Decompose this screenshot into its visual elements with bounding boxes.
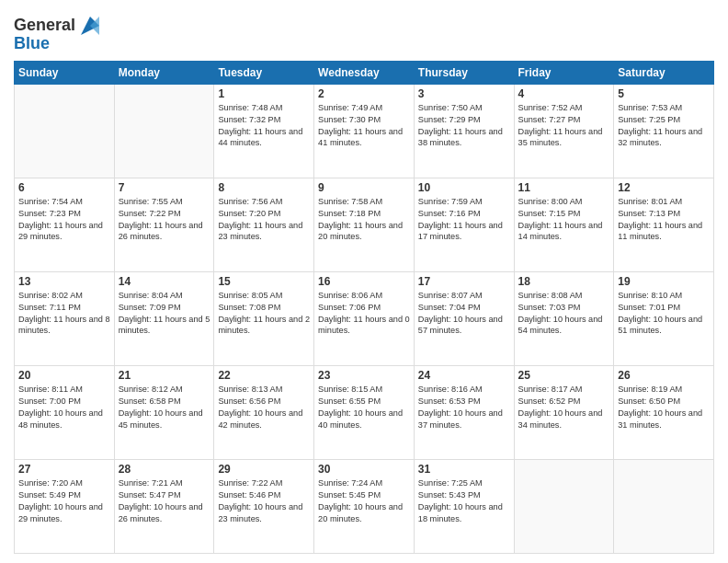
calendar-cell bbox=[514, 459, 614, 553]
calendar-cell: 15Sunrise: 8:05 AM Sunset: 7:08 PM Dayli… bbox=[214, 271, 314, 365]
day-number: 9 bbox=[318, 181, 410, 194]
day-number: 14 bbox=[119, 275, 210, 288]
calendar-week-1: 6Sunrise: 7:54 AM Sunset: 7:23 PM Daylig… bbox=[15, 178, 714, 271]
day-number: 27 bbox=[18, 463, 110, 476]
day-number: 15 bbox=[218, 275, 310, 288]
day-info: Sunrise: 8:12 AM Sunset: 6:58 PM Dayligh… bbox=[119, 384, 210, 431]
day-number: 31 bbox=[418, 463, 510, 476]
logo-icon bbox=[77, 13, 103, 39]
day-number: 23 bbox=[318, 369, 410, 382]
calendar-cell: 16Sunrise: 8:06 AM Sunset: 7:06 PM Dayli… bbox=[314, 271, 415, 365]
day-info: Sunrise: 7:21 AM Sunset: 5:47 PM Dayligh… bbox=[119, 477, 210, 525]
calendar-cell: 24Sunrise: 8:16 AM Sunset: 6:53 PM Dayli… bbox=[414, 365, 514, 459]
day-number: 24 bbox=[418, 369, 510, 382]
day-number: 6 bbox=[18, 181, 110, 194]
day-number: 3 bbox=[418, 87, 510, 100]
calendar-cell: 2Sunrise: 7:49 AM Sunset: 7:30 PM Daylig… bbox=[314, 84, 415, 178]
day-number: 8 bbox=[218, 181, 310, 194]
calendar-cell: 30Sunrise: 7:24 AM Sunset: 5:45 PM Dayli… bbox=[314, 459, 415, 553]
calendar-cell: 1Sunrise: 7:48 AM Sunset: 7:32 PM Daylig… bbox=[214, 84, 314, 178]
day-info: Sunrise: 8:02 AM Sunset: 7:11 PM Dayligh… bbox=[18, 290, 110, 338]
day-info: Sunrise: 7:54 AM Sunset: 7:23 PM Dayligh… bbox=[18, 196, 110, 244]
day-info: Sunrise: 7:58 AM Sunset: 7:18 PM Dayligh… bbox=[318, 196, 410, 244]
day-info: Sunrise: 8:10 AM Sunset: 7:01 PM Dayligh… bbox=[618, 290, 710, 338]
day-number: 12 bbox=[618, 181, 710, 194]
day-number: 26 bbox=[618, 369, 710, 382]
day-info: Sunrise: 8:05 AM Sunset: 7:08 PM Dayligh… bbox=[218, 290, 310, 338]
day-number: 11 bbox=[518, 181, 610, 194]
calendar-header-row: SundayMondayTuesdayWednesdayThursdayFrid… bbox=[15, 61, 714, 84]
calendar-week-4: 27Sunrise: 7:20 AM Sunset: 5:49 PM Dayli… bbox=[15, 459, 714, 553]
day-info: Sunrise: 8:13 AM Sunset: 6:56 PM Dayligh… bbox=[218, 384, 310, 431]
calendar-table: SundayMondayTuesdayWednesdayThursdayFrid… bbox=[14, 61, 714, 554]
calendar-cell: 11Sunrise: 8:00 AM Sunset: 7:15 PM Dayli… bbox=[514, 178, 614, 271]
day-number: 25 bbox=[518, 369, 610, 382]
day-number: 7 bbox=[119, 181, 210, 194]
calendar-header-monday: Monday bbox=[114, 61, 214, 84]
day-number: 17 bbox=[418, 275, 510, 288]
day-info: Sunrise: 8:11 AM Sunset: 7:00 PM Dayligh… bbox=[18, 384, 110, 431]
day-info: Sunrise: 7:53 AM Sunset: 7:25 PM Dayligh… bbox=[618, 102, 710, 150]
day-info: Sunrise: 8:15 AM Sunset: 6:55 PM Dayligh… bbox=[318, 384, 410, 431]
calendar-cell: 7Sunrise: 7:55 AM Sunset: 7:22 PM Daylig… bbox=[114, 178, 214, 271]
calendar-cell: 6Sunrise: 7:54 AM Sunset: 7:23 PM Daylig… bbox=[15, 178, 115, 271]
calendar-cell: 31Sunrise: 7:25 AM Sunset: 5:43 PM Dayli… bbox=[414, 459, 514, 553]
day-number: 16 bbox=[318, 275, 410, 288]
calendar-cell: 12Sunrise: 8:01 AM Sunset: 7:13 PM Dayli… bbox=[614, 178, 714, 271]
calendar-cell: 13Sunrise: 8:02 AM Sunset: 7:11 PM Dayli… bbox=[15, 271, 115, 365]
calendar-cell bbox=[15, 84, 115, 178]
day-info: Sunrise: 7:25 AM Sunset: 5:43 PM Dayligh… bbox=[418, 477, 510, 525]
day-number: 5 bbox=[618, 87, 710, 100]
day-number: 18 bbox=[518, 275, 610, 288]
day-info: Sunrise: 7:20 AM Sunset: 5:49 PM Dayligh… bbox=[18, 477, 110, 525]
day-info: Sunrise: 8:06 AM Sunset: 7:06 PM Dayligh… bbox=[318, 290, 410, 338]
day-info: Sunrise: 7:55 AM Sunset: 7:22 PM Dayligh… bbox=[119, 196, 210, 244]
day-info: Sunrise: 7:50 AM Sunset: 7:29 PM Dayligh… bbox=[418, 102, 510, 150]
day-number: 2 bbox=[318, 87, 410, 100]
header: General Blue bbox=[14, 9, 714, 53]
day-info: Sunrise: 7:49 AM Sunset: 7:30 PM Dayligh… bbox=[318, 102, 410, 150]
day-number: 20 bbox=[18, 369, 110, 382]
page: General Blue SundayMondayTuesdayWednesda… bbox=[0, 0, 728, 563]
day-number: 4 bbox=[518, 87, 610, 100]
calendar-header-tuesday: Tuesday bbox=[214, 61, 314, 84]
logo-blue: Blue bbox=[14, 35, 50, 53]
calendar-cell: 21Sunrise: 8:12 AM Sunset: 6:58 PM Dayli… bbox=[114, 365, 214, 459]
calendar-cell: 5Sunrise: 7:53 AM Sunset: 7:25 PM Daylig… bbox=[614, 84, 714, 178]
day-info: Sunrise: 7:48 AM Sunset: 7:32 PM Dayligh… bbox=[218, 102, 310, 150]
day-info: Sunrise: 8:08 AM Sunset: 7:03 PM Dayligh… bbox=[518, 290, 610, 338]
calendar-week-2: 13Sunrise: 8:02 AM Sunset: 7:11 PM Dayli… bbox=[15, 271, 714, 365]
calendar-cell: 10Sunrise: 7:59 AM Sunset: 7:16 PM Dayli… bbox=[414, 178, 514, 271]
calendar-header-thursday: Thursday bbox=[414, 61, 514, 84]
calendar-cell: 26Sunrise: 8:19 AM Sunset: 6:50 PM Dayli… bbox=[614, 365, 714, 459]
logo-general: General bbox=[14, 17, 75, 35]
calendar-week-3: 20Sunrise: 8:11 AM Sunset: 7:00 PM Dayli… bbox=[15, 365, 714, 459]
calendar-cell: 19Sunrise: 8:10 AM Sunset: 7:01 PM Dayli… bbox=[614, 271, 714, 365]
day-info: Sunrise: 7:24 AM Sunset: 5:45 PM Dayligh… bbox=[318, 477, 410, 525]
day-number: 29 bbox=[218, 463, 310, 476]
calendar-cell: 8Sunrise: 7:56 AM Sunset: 7:20 PM Daylig… bbox=[214, 178, 314, 271]
day-info: Sunrise: 8:00 AM Sunset: 7:15 PM Dayligh… bbox=[518, 196, 610, 244]
day-info: Sunrise: 7:52 AM Sunset: 7:27 PM Dayligh… bbox=[518, 102, 610, 150]
day-info: Sunrise: 8:19 AM Sunset: 6:50 PM Dayligh… bbox=[618, 384, 710, 431]
day-number: 1 bbox=[218, 87, 310, 100]
day-number: 21 bbox=[119, 369, 210, 382]
calendar-cell: 18Sunrise: 8:08 AM Sunset: 7:03 PM Dayli… bbox=[514, 271, 614, 365]
calendar-cell: 3Sunrise: 7:50 AM Sunset: 7:29 PM Daylig… bbox=[414, 84, 514, 178]
day-number: 30 bbox=[318, 463, 410, 476]
calendar-header-saturday: Saturday bbox=[614, 61, 714, 84]
day-number: 28 bbox=[119, 463, 210, 476]
day-number: 13 bbox=[18, 275, 110, 288]
day-info: Sunrise: 8:17 AM Sunset: 6:52 PM Dayligh… bbox=[518, 384, 610, 431]
calendar-cell: 17Sunrise: 8:07 AM Sunset: 7:04 PM Dayli… bbox=[414, 271, 514, 365]
calendar-header-sunday: Sunday bbox=[15, 61, 115, 84]
day-info: Sunrise: 7:22 AM Sunset: 5:46 PM Dayligh… bbox=[218, 477, 310, 525]
day-number: 22 bbox=[218, 369, 310, 382]
day-info: Sunrise: 7:59 AM Sunset: 7:16 PM Dayligh… bbox=[418, 196, 510, 244]
calendar-cell: 22Sunrise: 8:13 AM Sunset: 6:56 PM Dayli… bbox=[214, 365, 314, 459]
day-info: Sunrise: 8:16 AM Sunset: 6:53 PM Dayligh… bbox=[418, 384, 510, 431]
calendar-cell: 9Sunrise: 7:58 AM Sunset: 7:18 PM Daylig… bbox=[314, 178, 415, 271]
calendar-week-0: 1Sunrise: 7:48 AM Sunset: 7:32 PM Daylig… bbox=[15, 84, 714, 178]
calendar-cell: 23Sunrise: 8:15 AM Sunset: 6:55 PM Dayli… bbox=[314, 365, 415, 459]
day-number: 10 bbox=[418, 181, 510, 194]
